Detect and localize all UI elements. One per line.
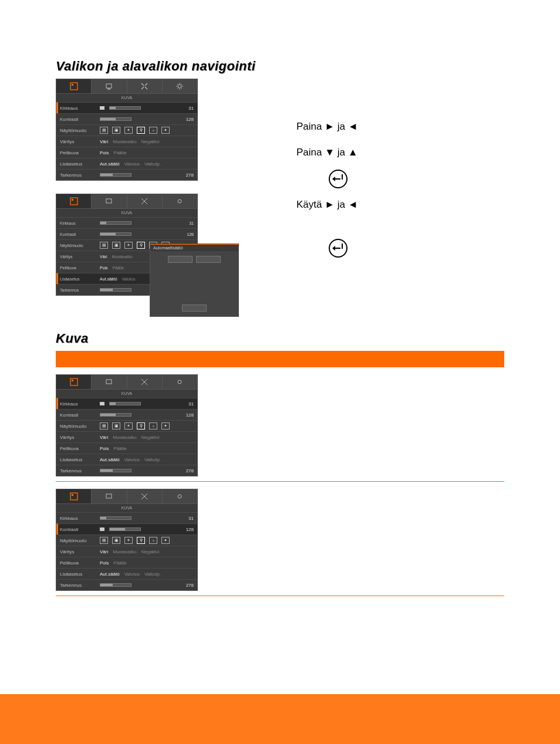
osd-submenu-popup: Automaattisäätö — [150, 244, 239, 317]
osd-tab-tools[interactable] — [127, 194, 163, 209]
osd-title: KUVA — [56, 94, 197, 102]
mode-photo-icon[interactable]: ▣ — [112, 127, 120, 134]
svg-point-8 — [178, 199, 181, 203]
svg-point-16 — [178, 495, 181, 498]
osd-row-kirkkaus[interactable]: Kirkkaus31 — [56, 217, 197, 228]
svg-rect-14 — [72, 494, 73, 496]
output-tab-icon — [105, 378, 113, 386]
osd-tab-image[interactable] — [56, 489, 92, 504]
osd-row-nayttomuoto[interactable]: Näyttömuoto▤▣✶⚲♀✦ — [56, 420, 197, 431]
osd-row-kontrasti[interactable]: Kontrasti128 — [56, 523, 197, 535]
svg-rect-13 — [70, 493, 77, 500]
mode-telescope-icon[interactable]: ✦ — [161, 127, 170, 134]
osd-row-peilikuva[interactable]: Peilikuva PoisPäälle — [56, 147, 197, 158]
svg-rect-2 — [106, 84, 112, 88]
osd-tab-tools[interactable] — [127, 489, 163, 504]
svg-rect-7 — [106, 199, 112, 203]
osd-row-tarkennus[interactable]: Tarkennus278 — [56, 579, 197, 590]
osd-row-varitys[interactable]: Väritys VäriMustavalkoNegatiivi — [56, 136, 197, 147]
osd-row-varitys[interactable]: VäritysVäriMustavalkoNegatiivi — [56, 546, 197, 557]
osd-tab-settings[interactable] — [163, 489, 197, 504]
osd-tab-output[interactable] — [92, 194, 127, 209]
image-tab-icon — [70, 378, 78, 386]
osd-row-kontrasti[interactable]: Kontrasti128 — [56, 409, 197, 420]
osd-tab-tools[interactable] — [127, 79, 163, 94]
osd-row-nayttomuoto[interactable]: Näyttömuoto ▤ ▣ ✶ ⚲ ♀ ✦ — [56, 124, 197, 136]
osd-row-kirkkaus[interactable]: Kirkkaus31 — [56, 398, 197, 409]
osd-tab-output[interactable] — [92, 489, 127, 504]
svg-rect-10 — [72, 380, 73, 381]
osd-panel-kuva-2: KUVA Kirkkaus31 Kontrasti128 Näyttömuoto… — [56, 489, 198, 591]
submenu-button-ok[interactable] — [182, 305, 207, 312]
instruction-line-1: Paina ► ja ◄ — [296, 114, 504, 140]
osd-tab-settings[interactable] — [163, 79, 197, 94]
instruction-line-3 — [296, 165, 504, 191]
svg-rect-3 — [107, 89, 110, 90]
osd-tab-image[interactable] — [56, 194, 92, 209]
osd-row-lisaasetus[interactable]: LisäasetusAut.säätöValotusValkotp. — [56, 568, 197, 579]
osd-tab-settings[interactable] — [163, 375, 197, 390]
output-tab-icon — [105, 82, 113, 90]
osd-row-peilikuva[interactable]: PeilikuvaPoisPäälle — [56, 557, 197, 568]
osd-tab-output[interactable] — [92, 375, 127, 390]
svg-rect-6 — [72, 199, 73, 201]
mode-document-icon[interactable]: ▤ — [100, 127, 108, 134]
svg-point-12 — [178, 380, 181, 384]
output-tab-icon — [105, 492, 113, 500]
heading-kuva: Kuva — [56, 331, 504, 346]
select-icon — [100, 106, 104, 110]
osd-row-kontrasti[interactable]: Kontrasti128 — [56, 228, 197, 239]
kuva-item-1: KUVA Kirkkaus31 Kontrasti128 Näyttömuoto… — [56, 367, 504, 482]
osd-row-kirkkaus[interactable]: Kirkkaus 31 — [56, 102, 197, 113]
svg-rect-11 — [106, 380, 112, 384]
display-mode-icons: ▤ ▣ ✶ ⚲ ♀ ✦ — [100, 127, 170, 134]
image-tab-icon — [70, 197, 78, 205]
osd-panel-1: KUVA Kirkkaus 31 Kontrasti 128 Näyttömuo… — [56, 79, 198, 181]
tools-tab-icon — [140, 197, 149, 205]
osd-panel-kuva-1: KUVA Kirkkaus31 Kontrasti128 Näyttömuoto… — [56, 374, 198, 476]
osd-row-varitys[interactable]: VäritysVäriMustavalkoNegatiivi — [56, 431, 197, 442]
tools-tab-icon — [140, 378, 149, 386]
kuva-item-2: KUVA Kirkkaus31 Kontrasti128 Näyttömuoto… — [56, 482, 504, 596]
gear-icon — [176, 492, 184, 500]
slider[interactable] — [100, 117, 131, 121]
instruction-line-4: Käytä ► ja ◄ — [296, 192, 504, 218]
gear-icon — [176, 378, 184, 386]
enter-icon — [329, 239, 348, 258]
mode-macro-icon[interactable]: ♀ — [149, 127, 157, 134]
osd-tab-output[interactable] — [92, 79, 127, 94]
submenu-button-1[interactable] — [168, 256, 193, 263]
instruction-line-2: Paina ▼ ja ▲ — [296, 140, 504, 165]
tools-tab-icon — [140, 82, 149, 90]
osd-row-tarkennus[interactable]: Tarkennus278 — [56, 465, 197, 476]
enter-icon — [329, 170, 348, 188]
osd-row-lisaasetus[interactable]: Lisäasetus Aut.säätöValotusValkotp. — [56, 158, 197, 169]
heading-nav: Valikon ja alavalikon navigointi — [56, 59, 504, 74]
osd-tab-image[interactable] — [56, 79, 92, 94]
mode-microscope-icon[interactable]: ⚲ — [137, 127, 145, 134]
mode-motion-icon[interactable]: ✶ — [124, 127, 133, 134]
submenu-button-2[interactable] — [196, 256, 221, 263]
page-footer-bar — [0, 694, 560, 744]
orange-header-bar — [56, 351, 504, 367]
submenu-header: Automaattisäätö — [150, 244, 238, 251]
instruction-line-5 — [296, 235, 504, 261]
osd-row-kirkkaus[interactable]: Kirkkaus31 — [56, 512, 197, 523]
image-tab-icon — [70, 82, 78, 90]
osd-row-tarkennus[interactable]: Tarkennus 278 — [56, 169, 197, 180]
osd-row-kontrasti[interactable]: Kontrasti 128 — [56, 113, 197, 124]
svg-point-4 — [178, 84, 181, 88]
osd-row-peilikuva[interactable]: PeilikuvaPoisPäälle — [56, 442, 197, 454]
osd-row-lisaasetus[interactable]: LisäasetusAut.säätöValotusValkotp. — [56, 454, 197, 465]
osd-tab-settings[interactable] — [163, 194, 197, 209]
gear-icon — [176, 82, 184, 90]
svg-rect-15 — [106, 494, 112, 498]
svg-rect-1 — [72, 84, 73, 86]
osd-row-nayttomuoto[interactable]: Näyttömuoto▤▣✶⚲♀✦ — [56, 535, 197, 546]
image-tab-icon — [70, 492, 78, 500]
slider[interactable] — [100, 173, 131, 177]
tools-tab-icon — [140, 492, 149, 500]
slider[interactable] — [109, 106, 141, 110]
osd-tab-image[interactable] — [56, 375, 92, 390]
osd-tab-tools[interactable] — [127, 375, 163, 390]
